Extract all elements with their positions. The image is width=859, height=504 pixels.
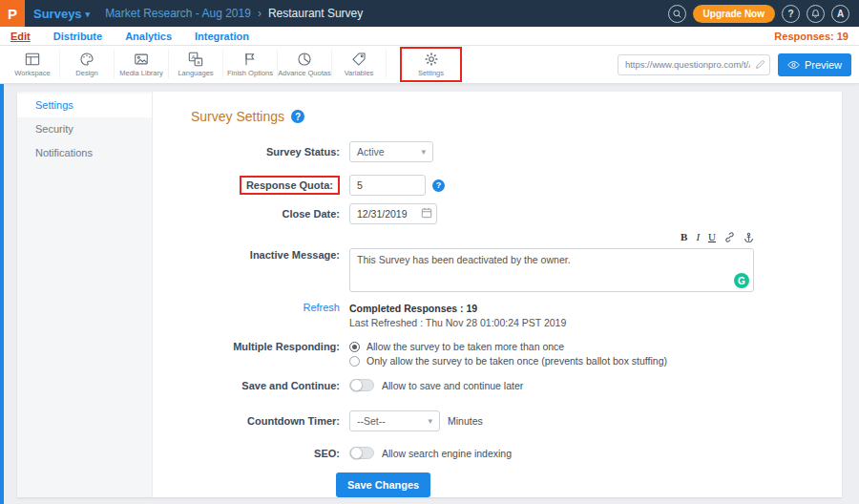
responses-count[interactable]: Responses: 19 [774,31,849,42]
nav-tab-integration[interactable]: Integration [195,31,249,42]
inactive-message-field: This Survey has been deactivated by the … [349,248,754,296]
seo-toggle[interactable] [349,447,374,459]
survey-status-select[interactable]: Active ▾ [349,141,433,162]
avatar[interactable]: A [831,5,849,23]
response-quota-highlight-box: Response Quota: [240,176,340,195]
response-quota-input[interactable] [349,175,426,196]
nav-tab-edit[interactable]: Edit [10,31,31,42]
countdown-timer-value: --Set-- [357,415,386,427]
countdown-timer-select[interactable]: --Set-- ▾ [349,410,440,431]
radio-option-1-label: Allow the survey to be taken more than o… [367,341,564,352]
link-button[interactable] [724,232,735,242]
design-palette-icon [79,52,94,67]
toggle-knob [350,379,363,391]
search-icon [672,9,682,19]
tool-media-library[interactable]: Media Library [115,50,169,79]
chevron-down-icon: ▾ [421,147,426,157]
preview-label: Preview [805,59,842,71]
refresh-row: Refresh Completed Responses : 19 Last Re… [191,302,819,328]
title-help-icon[interactable]: ? [291,110,304,123]
tool-design[interactable]: Design [60,50,115,79]
seo-label: SEO: [191,448,340,459]
tool-media-library-label: Media Library [119,69,162,77]
italic-button[interactable]: I [696,232,700,242]
sidebar-item-security[interactable]: Security [17,117,152,141]
grammarly-icon[interactable]: G [734,273,749,288]
anchor-button[interactable] [744,232,754,242]
finish-flag-icon [242,52,258,67]
multiple-responding-row: Multiple Responding: Allow the survey to… [191,340,819,367]
sidebar-item-notifications[interactable]: Notifications [17,141,152,165]
app-window: P Surveys ▾ Market Research - Aug 2019 ›… [0,0,859,504]
notifications-button[interactable] [807,5,825,23]
radio-option-2-label: Only allow the survey to be taken once (… [367,355,667,367]
eye-icon [787,60,800,70]
edit-toolbar: Workspace Design Media Library Aa Langua… [0,46,859,84]
breadcrumb-survey: Restaurant Survey [268,7,363,20]
media-library-icon [134,52,149,67]
topbar-actions: Upgrade Now ? A [668,5,849,23]
save-changes-button[interactable]: Save Changes [336,472,430,497]
tool-advance-quotas[interactable]: Advance Quotas [278,50,332,79]
breadcrumb: Market Research - Aug 2019 › Restaurant … [105,7,363,20]
questionpro-logo[interactable]: P [0,0,25,27]
breadcrumb-project[interactable]: Market Research - Aug 2019 [105,7,251,20]
chevron-down-icon: ▾ [428,416,432,426]
save-continue-label: Save and Continue: [191,380,340,391]
radio-option-more-than-once[interactable]: Allow the survey to be taken more than o… [349,341,564,352]
bold-button[interactable]: B [681,232,687,242]
help-button[interactable]: ? [782,5,800,23]
top-bar: P Surveys ▾ Market Research - Aug 2019 ›… [0,0,859,27]
format-toolbar: B I U [681,230,754,243]
tool-design-label: Design [75,69,97,77]
nav-tab-analytics[interactable]: Analytics [125,31,172,42]
search-button[interactable] [668,5,686,23]
content-area: Settings Security Notifications Survey S… [0,84,859,504]
caret-down-icon: ▾ [86,10,91,19]
tool-variables[interactable]: Variables [332,50,387,79]
tool-workspace[interactable]: Workspace [6,50,60,79]
tool-finish-options-label: Finish Options [227,69,273,77]
tool-languages[interactable]: Aa Languages [169,50,223,79]
survey-nav: Edit Distribute Analytics Integration Re… [0,27,859,46]
nav-tab-distribute[interactable]: Distribute [53,31,102,42]
save-continue-text: Allow to save and continue later [382,380,523,391]
tool-settings-label: Settings [418,69,444,77]
survey-url-input[interactable] [618,54,770,75]
refresh-link[interactable]: Refresh [303,302,340,313]
save-continue-toggle[interactable] [349,379,374,391]
pencil-icon[interactable] [755,59,765,70]
breadcrumb-separator-icon: › [258,7,262,20]
last-refreshed: Last Refreshed : Thu Nov 28 01:00:24 PST… [349,317,566,328]
close-date-row: Close Date: [191,203,819,224]
radio-button-unchecked[interactable] [349,356,360,367]
radio-option-only-once[interactable]: Only allow the survey to be taken once (… [349,355,667,367]
tool-advance-quotas-label: Advance Quotas [278,69,330,77]
link-icon [724,232,735,242]
settings-main: Survey Settings ? Survey Status: Active … [153,92,842,497]
survey-status-row: Survey Status: Active ▾ [191,141,819,162]
toggle-knob [350,447,363,459]
left-accent-bar [0,84,4,504]
upgrade-button[interactable]: Upgrade Now [693,5,775,23]
inactive-message-textarea[interactable]: This Survey has been deactivated by the … [349,248,754,292]
calendar-icon[interactable] [421,207,432,219]
surveys-menu[interactable]: Surveys ▾ [33,7,90,21]
underline-button[interactable]: U [708,232,716,242]
title-row: Survey Settings ? [191,109,819,124]
response-quota-help-icon[interactable]: ? [432,179,445,192]
anchor-icon [744,232,754,242]
inactive-message-row: Inactive Message: B I U [191,230,819,296]
completed-responses: Completed Responses : 19 [349,303,477,314]
tool-settings[interactable]: Settings [404,50,458,79]
radio-button-checked[interactable] [349,342,360,352]
settings-sidebar: Settings Security Notifications [17,92,153,497]
tool-finish-options[interactable]: Finish Options [223,50,278,79]
variables-tag-icon [351,52,367,67]
inactive-message-label: Inactive Message: [191,230,340,261]
tool-variables-label: Variables [345,69,374,77]
sidebar-item-settings[interactable]: Settings [17,94,152,117]
preview-button[interactable]: Preview [778,53,851,76]
tool-languages-label: Languages [178,69,213,77]
countdown-timer-row: Countdown Timer: --Set-- ▾ Minutes [191,410,819,431]
